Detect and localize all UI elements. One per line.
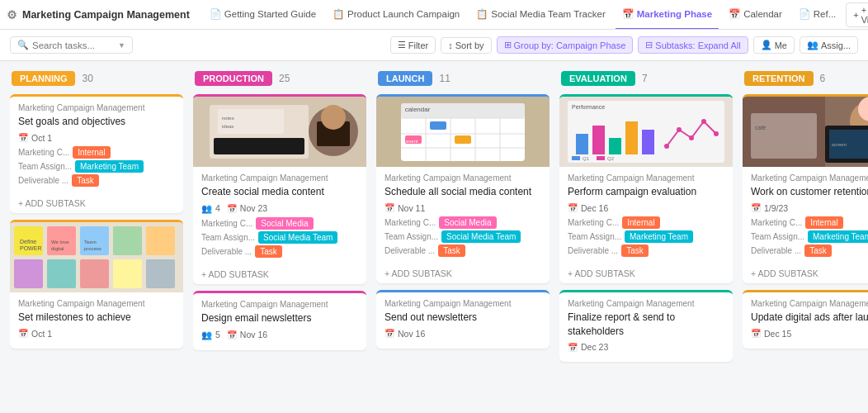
- cal-icon-2: 📅: [729, 8, 740, 20]
- group-by-button[interactable]: ⊞ Group by: Campaign Phase: [497, 36, 634, 54]
- search-input[interactable]: [32, 40, 115, 50]
- assign-icon: 👥: [807, 40, 818, 50]
- svg-point-50: [689, 135, 694, 140]
- add-view-button[interactable]: + + View: [846, 2, 868, 27]
- group-icon: ⊞: [504, 40, 512, 50]
- card-del-row: Deliverable ... Task: [201, 245, 358, 258]
- card-title-ads: Update digital ads after launch: [751, 311, 868, 325]
- svg-rect-37: [430, 121, 446, 130]
- tab-ref[interactable]: 📄 Ref...: [792, 0, 842, 30]
- card-title-eval: Perform campaign evaluation: [568, 185, 724, 199]
- tab-marketing-phase[interactable]: 📅 Marketing Phase: [616, 0, 719, 30]
- card-project-2: Marketing Campaign Management: [18, 299, 175, 308]
- filter-button[interactable]: ☰ Filter: [390, 36, 436, 54]
- card-project-create: Marketing Campaign Management: [201, 173, 358, 183]
- tag-social-media: Social Media: [256, 217, 313, 230]
- svg-point-51: [701, 119, 706, 124]
- add-subtask-btn[interactable]: + ADD SUBTASK: [10, 195, 183, 213]
- launch-count: 11: [439, 73, 450, 84]
- card-eval-team-row: Team Assign... Marketing Team: [568, 230, 724, 243]
- charts-img: Performance Q1 Q2: [559, 97, 733, 167]
- card-eval-mkt-row: Marketing C... Internal: [568, 216, 724, 229]
- card-send-newsletters[interactable]: Marketing Campaign Management Send out n…: [376, 290, 550, 349]
- app-logo: ⚙ Marketing Campaign Management: [7, 8, 190, 21]
- card-body-schedule: Marketing Campaign Management Schedule a…: [376, 167, 550, 265]
- card-set-goals[interactable]: Marketing Campaign Management Set goals …: [10, 94, 183, 213]
- card-meta-retention: 📅 1/9/23: [751, 203, 868, 213]
- desk-work-img: notes ideas: [193, 97, 366, 167]
- card-eval-del-row: Deliverable ... Task: [568, 244, 724, 257]
- card-set-milestones[interactable]: Define POWER We love digital Team proces…: [10, 220, 183, 349]
- svg-point-22: [321, 105, 346, 130]
- column-production: PRODUCTION 25 notes ideas: [193, 71, 366, 403]
- card-image-schedule: event calendar: [376, 97, 550, 167]
- tag-ret-team: Marketing Team: [808, 230, 868, 243]
- svg-text:Define: Define: [20, 239, 36, 244]
- tag-eval-internal: Internal: [622, 216, 659, 229]
- card-title-2: Set milestones to achieve: [18, 311, 175, 325]
- tab-calendar[interactable]: 📅 Calendar: [722, 0, 789, 30]
- svg-rect-8: [80, 259, 109, 288]
- card-team-row: Team Assign... Marketing Team: [18, 160, 175, 173]
- card-update-digital-ads[interactable]: Marketing Campaign Management Update dig…: [743, 290, 868, 349]
- card-finalize-report[interactable]: Marketing Campaign Management Finalize r…: [559, 290, 733, 363]
- tag-del-task: Task: [255, 245, 282, 258]
- card-perform-eval[interactable]: Performance Q1 Q2 Marketing Campaign Man…: [559, 94, 733, 283]
- svg-text:screen: screen: [832, 142, 847, 147]
- card-customer-retention[interactable]: screen café Marketing Campaign Managemen…: [743, 94, 868, 283]
- card-design-email[interactable]: Marketing Campaign Management Design ema…: [193, 291, 366, 350]
- card-create-social[interactable]: notes ideas Marketing Campaign Managemen…: [193, 94, 366, 284]
- column-evaluation: EVALUATION 7: [559, 71, 733, 403]
- assignee-button[interactable]: 👥 Assig...: [800, 36, 858, 54]
- production-count: 25: [279, 73, 290, 84]
- card-project-design: Marketing Campaign Management: [201, 300, 358, 309]
- svg-rect-5: [146, 226, 175, 255]
- tab-getting-started[interactable]: 📄 Getting Started Guide: [203, 0, 323, 30]
- svg-rect-23: [218, 109, 284, 134]
- add-subtask-evaluation[interactable]: + ADD SUBTASK: [559, 265, 733, 283]
- column-launch: LAUNCH 11: [376, 71, 550, 403]
- subtasks-expand-button[interactable]: ⊟ Subtasks: Expand All: [638, 36, 748, 54]
- svg-rect-19: [214, 138, 304, 154]
- card-body-ads: Marketing Campaign Management Update dig…: [743, 292, 868, 349]
- card-project-retention: Marketing Campaign Management: [751, 173, 868, 183]
- toolbar: 🔍 ▼ ☰ Filter ↕ Sort by ⊞ Group by: Campa…: [0, 30, 868, 61]
- tag-task: Task: [72, 174, 99, 187]
- cal-icon-7: 📅: [384, 329, 394, 338]
- add-subtask-production[interactable]: + ADD SUBTASK: [193, 266, 366, 284]
- card-date-2: 📅 Oct 1: [18, 329, 175, 339]
- card-deliverable-row: Deliverable ... Task: [18, 174, 175, 187]
- card-title-finalize: Finalize report & send to stakeholders: [568, 311, 724, 339]
- card-meta-create: 👥 4 📅 Nov 23: [201, 203, 358, 214]
- svg-rect-38: [455, 135, 471, 144]
- me-button[interactable]: 👤 Me: [753, 36, 795, 54]
- svg-text:We love: We love: [51, 240, 69, 244]
- doc-icon: 📄: [210, 8, 221, 20]
- tab-product-launch[interactable]: 📋 Product Launch Campaign: [326, 0, 466, 30]
- card-title-design: Design email newsletters: [201, 311, 358, 325]
- svg-rect-56: [597, 156, 605, 160]
- add-subtask-launch[interactable]: + ADD SUBTASK: [376, 265, 550, 283]
- add-subtask-retention[interactable]: + ADD SUBTASK: [743, 265, 868, 283]
- column-retention: RETENTION 6 screen café: [743, 71, 868, 403]
- list-icon: 📋: [333, 8, 344, 20]
- card-project: Marketing Campaign Management: [18, 103, 175, 112]
- tab-social-media[interactable]: 📋 Social Media Team Tracker: [469, 0, 611, 30]
- svg-text:notes: notes: [222, 116, 234, 121]
- svg-rect-10: [146, 259, 175, 288]
- svg-text:process: process: [84, 246, 101, 251]
- sort-button[interactable]: ↕ Sort by: [441, 37, 491, 54]
- retention-count: 6: [820, 73, 826, 84]
- svg-rect-46: [625, 121, 638, 154]
- list-icon-2: 📋: [476, 8, 488, 20]
- svg-rect-54: [572, 156, 580, 160]
- launch-cards: event calendar Marketing Campaign Manage…: [376, 94, 550, 403]
- app-title: Marketing Campaign Management: [22, 9, 190, 21]
- search-box[interactable]: 🔍 ▼: [10, 36, 133, 54]
- card-schedule-social[interactable]: event calendar Marketing Campaign Manage…: [376, 94, 550, 283]
- card-ret-del-row: Deliverable ... Task: [751, 244, 868, 257]
- card-title-schedule: Schedule all social media content: [384, 185, 541, 199]
- ref-icon: 📄: [799, 8, 810, 20]
- assign-count-icon: 👥: [201, 330, 212, 340]
- evaluation-cards: Performance Q1 Q2 Marketing Campaign Man…: [559, 94, 733, 403]
